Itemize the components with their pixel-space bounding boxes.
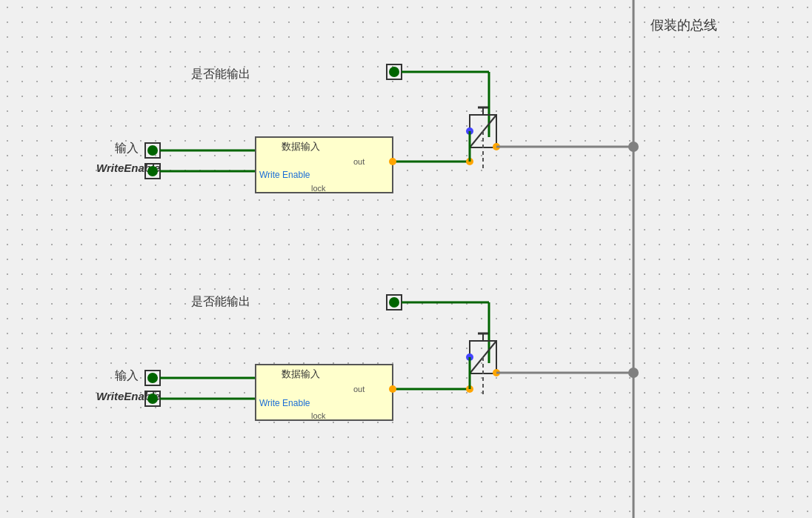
grid-background	[0, 0, 812, 518]
